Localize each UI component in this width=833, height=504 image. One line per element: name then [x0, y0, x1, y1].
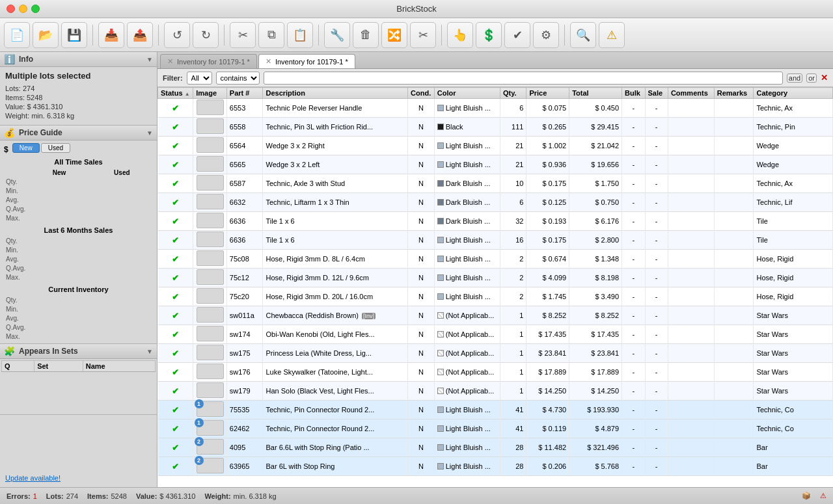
split-button[interactable]: ✂ [410, 22, 436, 48]
cell-color: Light Bluish ... [434, 231, 500, 250]
appears-in-sets-section: 🧩 Appears In Sets ▼ Q Set Name [0, 344, 157, 415]
tab-1[interactable]: ✕ Inventory for 10179-1 * [160, 54, 257, 68]
table-row[interactable]: ✔sw179Han Solo (Black Vest, Light Fles..… [158, 382, 833, 401]
cell-comments [668, 231, 714, 250]
table-row[interactable]: ✔sw175Princess Leia (White Dress, Lig...… [158, 344, 833, 363]
paste-button[interactable]: 📋 [287, 22, 313, 48]
filter-or-button[interactable]: or [806, 73, 817, 83]
cell-desc: Technic, Pin Connector Round 2... [263, 419, 408, 438]
remove-item-button[interactable]: 🗑 [353, 22, 379, 48]
col-part[interactable]: Part # [226, 88, 263, 99]
cell-image [193, 344, 227, 363]
redo-button[interactable]: ↻ [193, 22, 219, 48]
table-row[interactable]: ✔263965Bar 6L with Stop RingNLight Bluis… [158, 457, 833, 476]
cell-cond: N [408, 438, 435, 457]
col-image[interactable]: Image [193, 88, 227, 99]
cell-desc: Hose, Rigid 3mm D. 12L / 9.6cm [263, 269, 408, 287]
table-row[interactable]: ✔sw174Obi-Wan Kenobi (Old, Light Fles...… [158, 325, 833, 344]
close-button[interactable] [7, 5, 15, 13]
tab-close-1[interactable]: ✕ [167, 57, 173, 66]
cell-part: sw011a [226, 306, 263, 325]
tab-close-2[interactable]: ✕ [266, 57, 271, 66]
info-header[interactable]: ℹ️ Info ▼ [0, 52, 157, 67]
cell-comments [668, 118, 714, 137]
cell-price: $ 17.435 [526, 325, 569, 344]
open-button[interactable]: 📂 [33, 22, 59, 48]
tab-2[interactable]: ✕ Inventory for 10179-1 * [258, 54, 355, 68]
col-desc[interactable]: Description [263, 88, 408, 99]
items-value: 5248 [111, 492, 126, 500]
table-row[interactable]: ✔6558Technic, Pin 3L with Friction Rid..… [158, 118, 833, 137]
table-row[interactable]: ✔6565Wedge 3 x 2 LeftNLight Bluish ...21… [158, 155, 833, 174]
add-item-button[interactable]: 🔧 [324, 22, 350, 48]
cell-sale: - [645, 155, 668, 174]
table-row[interactable]: ✔sw011aChewbacca (Reddish Brown) [Inv]N(… [158, 306, 833, 325]
table-row[interactable]: ✔75c08Hose, Rigid 3mm D. 8L / 6.4cmNLigh… [158, 250, 833, 269]
check-button[interactable]: ✔ [504, 22, 530, 48]
tab-new[interactable]: New [12, 143, 40, 153]
table-container[interactable]: Status ▲ Image Part # Description Cond. … [157, 87, 833, 487]
export-button[interactable]: 📤 [127, 22, 153, 48]
table-header-row: Status ▲ Image Part # Description Cond. … [158, 88, 833, 99]
save-button[interactable]: 💾 [61, 22, 87, 48]
table-row[interactable]: ✔75c20Hose, Rigid 3mm D. 20L / 16.0cmNLi… [158, 287, 833, 306]
col-cond[interactable]: Cond. [408, 88, 435, 99]
error-button[interactable]: ⚠ [599, 22, 625, 48]
cell-bulk: - [622, 193, 645, 212]
col-color[interactable]: Color [434, 88, 500, 99]
cell-part: 6553 [226, 99, 263, 118]
filter-condition-select[interactable]: contains [216, 72, 260, 85]
cell-qty: 10 [500, 174, 526, 193]
appears-header[interactable]: 🧩 Appears In Sets ▼ [0, 344, 157, 359]
cut-button[interactable]: ✂ [230, 22, 256, 48]
cell-cond: N [408, 99, 435, 118]
cell-comments [668, 457, 714, 476]
window-controls[interactable] [7, 5, 40, 13]
table-row[interactable]: ✔6564Wedge 3 x 2 RightNLight Bluish ...2… [158, 137, 833, 155]
col-comments[interactable]: Comments [668, 88, 714, 99]
col-category[interactable]: Category [754, 88, 833, 99]
table-row[interactable]: ✔24095Bar 6.6L with Stop Ring (Patio ...… [158, 438, 833, 457]
cell-price: $ 4.730 [526, 401, 569, 419]
import-button[interactable]: 📥 [98, 22, 124, 48]
table-row[interactable]: ✔175535Technic, Pin Connector Round 2...… [158, 401, 833, 419]
maximize-button[interactable] [31, 5, 40, 13]
price-button[interactable]: 💲 [476, 22, 502, 48]
filter-button[interactable]: 🔍 [570, 22, 596, 48]
table-row[interactable]: ✔sw176Luke Skywalker (Tatooine, Light...… [158, 363, 833, 382]
filter-and-button[interactable]: and [787, 73, 802, 83]
cell-qty: 32 [500, 212, 526, 231]
table-row[interactable]: ✔6553Technic Pole Reverser HandleNLight … [158, 99, 833, 118]
cell-qty: 1 [500, 344, 526, 363]
col-total[interactable]: Total [569, 88, 622, 99]
filter-type-select[interactable]: All [187, 72, 212, 85]
table-row[interactable]: ✔6632Technic, Liftarm 1 x 3 ThinNDark Bl… [158, 193, 833, 212]
table-row[interactable]: ✔6587Technic, Axle 3 with StudNDark Blui… [158, 174, 833, 193]
table-row[interactable]: ✔6636Tile 1 x 6NDark Bluish ...32$ 0.193… [158, 212, 833, 231]
price-guide-header[interactable]: 💰 Price Guide ▼ [0, 126, 157, 140]
table-row[interactable]: ✔75c12Hose, Rigid 3mm D. 12L / 9.6cmNLig… [158, 269, 833, 287]
col-price[interactable]: Price [526, 88, 569, 99]
copy-button[interactable]: ⧉ [258, 22, 284, 48]
update-link[interactable]: Update available! [0, 471, 66, 484]
cell-price: $ 8.252 [526, 306, 569, 325]
filter-input[interactable] [264, 72, 783, 85]
table-row[interactable]: ✔162462Technic, Pin Connector Round 2...… [158, 419, 833, 438]
minimize-button[interactable] [19, 5, 27, 13]
cell-total: $ 17.435 [569, 325, 622, 344]
col-sale[interactable]: Sale [645, 88, 668, 99]
merge-button[interactable]: 🔀 [381, 22, 407, 48]
table-row[interactable]: ✔6636Tile 1 x 6NLight Bluish ...16$ 0.17… [158, 231, 833, 250]
undo-button[interactable]: ↺ [164, 22, 190, 48]
filter-clear-button[interactable]: ✕ [821, 73, 828, 83]
settings-button[interactable]: ⚙ [533, 22, 559, 48]
new-button[interactable]: 📄 [4, 22, 30, 48]
tab-used[interactable]: Used [41, 143, 70, 153]
col-bulk[interactable]: Bulk [622, 88, 645, 99]
cell-color: (Not Applicab... [434, 325, 500, 344]
col-status[interactable]: Status ▲ [158, 88, 193, 99]
col-qty[interactable]: Qty. [500, 88, 526, 99]
col-remarks[interactable]: Remarks [714, 88, 754, 99]
select-button[interactable]: 👆 [447, 22, 473, 48]
separator-2 [158, 25, 159, 46]
